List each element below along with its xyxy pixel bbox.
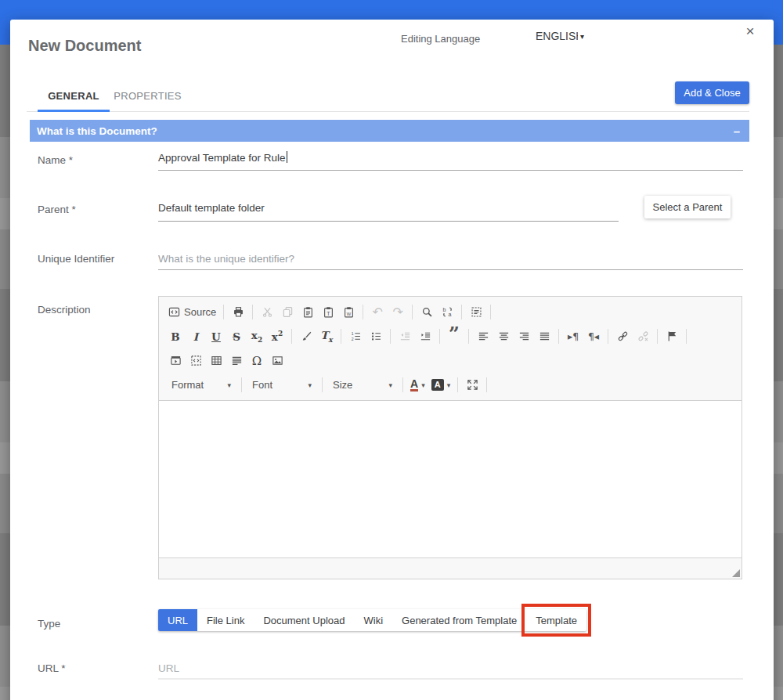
select-parent-button[interactable]: Select a Parent xyxy=(644,196,731,218)
print-icon[interactable] xyxy=(229,303,247,322)
table-icon[interactable] xyxy=(207,352,226,370)
horizontal-rule-icon[interactable] xyxy=(227,352,246,370)
bg-color-icon[interactable]: A▾ xyxy=(429,376,453,395)
blockquote-icon[interactable]: ” xyxy=(445,327,464,346)
div-container-icon[interactable] xyxy=(186,352,205,370)
unique-identifier-label: Unique Identifier xyxy=(38,253,114,265)
anchor-icon[interactable] xyxy=(662,327,681,346)
type-option-url[interactable]: URL xyxy=(158,609,197,631)
toolbar-separator xyxy=(390,329,391,344)
description-label: Description xyxy=(38,304,91,316)
editor-content-area[interactable] xyxy=(159,401,742,557)
format-dropdown[interactable]: Format▾ xyxy=(167,376,236,395)
link-icon[interactable] xyxy=(613,327,632,346)
url-input[interactable] xyxy=(158,658,743,680)
chevron-down-icon: ▾ xyxy=(388,381,392,389)
image-icon[interactable] xyxy=(268,352,287,370)
svg-text:a: a xyxy=(448,312,451,317)
align-left-icon[interactable] xyxy=(474,327,493,346)
italic-icon[interactable]: I xyxy=(186,327,205,346)
type-option-wiki[interactable]: Wiki xyxy=(355,609,393,631)
language-dropdown[interactable]: ENGLISH ▾ xyxy=(536,30,584,42)
superscript-icon[interactable]: x2 xyxy=(268,327,287,346)
toolbar-separator xyxy=(490,305,491,319)
cut-icon xyxy=(258,303,276,322)
align-center-icon[interactable] xyxy=(494,327,513,346)
bidi-rtl-icon[interactable]: ¶◂ xyxy=(584,327,603,346)
strike-icon[interactable]: S xyxy=(227,327,246,346)
find-icon[interactable] xyxy=(417,303,436,322)
replace-icon[interactable]: ba xyxy=(438,303,456,322)
bidi-ltr-icon[interactable]: ▸¶ xyxy=(564,327,583,346)
undo-icon: ↶ xyxy=(368,303,387,322)
paste-text-icon[interactable]: T xyxy=(319,303,337,322)
numbered-list-icon[interactable]: 12 xyxy=(346,327,365,346)
indent-icon[interactable] xyxy=(416,327,435,346)
language-value: ENGLISH xyxy=(536,30,578,42)
resize-handle-icon[interactable] xyxy=(732,569,740,577)
text-cursor xyxy=(287,151,287,163)
toolbar-separator xyxy=(439,329,440,344)
paste-word-icon[interactable]: W xyxy=(339,303,358,322)
maximize-icon[interactable] xyxy=(463,376,482,395)
bold-icon[interactable]: B xyxy=(166,327,185,346)
toolbar-separator xyxy=(402,377,403,392)
add-close-button[interactable]: Add & Close xyxy=(675,81,749,104)
type-option-document-upload[interactable]: Document Upload xyxy=(254,609,354,631)
align-justify-icon[interactable] xyxy=(535,327,554,346)
underline-icon[interactable]: U xyxy=(207,327,226,346)
toolbar-separator xyxy=(241,377,242,392)
parent-value: Default template folder xyxy=(158,202,265,214)
toolbar-separator xyxy=(686,329,687,344)
remove-format-icon[interactable]: Tx xyxy=(317,327,336,346)
format-combo-label: Format xyxy=(171,379,204,391)
toolbar-separator xyxy=(341,329,341,344)
text-color-icon[interactable]: A▾ xyxy=(408,376,428,395)
type-option-generated-from-template[interactable]: Generated from Template xyxy=(392,609,526,631)
special-char-icon[interactable]: Ω xyxy=(247,352,266,370)
active-tab-indicator xyxy=(38,110,110,112)
toolbar-separator xyxy=(412,305,413,319)
subscript-icon[interactable]: x2 xyxy=(247,327,266,346)
editor-status-bar xyxy=(159,557,742,579)
tab-general[interactable]: GENERAL xyxy=(38,90,110,111)
section-header-what-is-this-document[interactable]: What is this Document? – xyxy=(30,120,749,142)
svg-text:2: 2 xyxy=(351,337,353,341)
svg-text:1: 1 xyxy=(351,331,353,336)
outdent-icon xyxy=(395,327,414,346)
copy-format-icon[interactable] xyxy=(297,327,316,346)
svg-text:T: T xyxy=(327,311,330,316)
media-icon[interactable] xyxy=(166,352,185,370)
rich-text-editor: SourceTW↶↷baBIUSx2x2Tx12”▸¶¶◂ΩFormat▾Fon… xyxy=(158,296,742,579)
url-label: URL * xyxy=(38,662,66,674)
source-button-label: Source xyxy=(184,306,216,318)
toolbar-separator xyxy=(252,305,253,319)
paste-icon[interactable] xyxy=(298,303,317,322)
collapse-icon[interactable]: – xyxy=(734,124,740,138)
close-icon[interactable]: × xyxy=(741,22,760,41)
parent-input[interactable]: Default template folder xyxy=(158,200,619,222)
tab-properties[interactable]: PROPERTIES xyxy=(110,90,186,111)
tab-strip-divider xyxy=(27,111,749,112)
unique-identifier-input[interactable] xyxy=(158,248,743,270)
toolbar-separator xyxy=(486,377,487,392)
chevron-down-icon: ▾ xyxy=(308,381,312,389)
type-option-template[interactable]: Template xyxy=(526,609,586,631)
type-button-group: URLFile LinkDocument UploadWikiGenerated… xyxy=(158,609,586,631)
source-button[interactable]: Source xyxy=(166,303,218,322)
copy-icon xyxy=(278,303,297,322)
select-all-icon[interactable] xyxy=(467,303,485,322)
font-combo-label: Font xyxy=(252,379,272,391)
type-label: Type xyxy=(38,618,60,630)
modal-title: New Document xyxy=(28,37,141,55)
align-right-icon[interactable] xyxy=(514,327,533,346)
name-input[interactable]: Approval Template for Rule xyxy=(158,150,743,171)
bulleted-list-icon[interactable] xyxy=(366,327,385,346)
type-option-file-link[interactable]: File Link xyxy=(197,609,254,631)
toolbar-separator xyxy=(322,377,323,392)
size-dropdown[interactable]: Size▾ xyxy=(328,376,397,395)
toolbar-separator xyxy=(657,329,658,344)
font-dropdown[interactable]: Font▾ xyxy=(247,376,316,395)
redo-icon: ↷ xyxy=(388,303,407,322)
chevron-down-icon: ▾ xyxy=(580,32,584,41)
